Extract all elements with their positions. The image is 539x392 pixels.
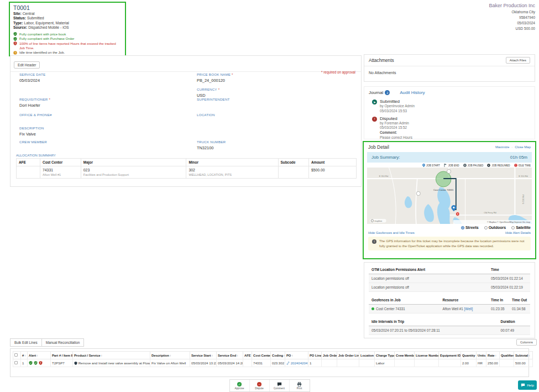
col-cost-center[interactable]: Cost Center bbox=[252, 352, 271, 359]
journal-card: Journal 2 Audit History ➤ Submitted by O… bbox=[364, 86, 535, 139]
layer-streets[interactable]: Streets bbox=[461, 226, 479, 229]
job-detail-title: Job Detail bbox=[368, 144, 389, 150]
col-service-end[interactable]: Service End bbox=[217, 352, 243, 359]
road-label: S 530 Rd bbox=[522, 195, 525, 204]
ticket-site: Site: Central bbox=[13, 12, 122, 16]
field-service-date: SERVICE DATE 05/03/2024 bbox=[19, 72, 174, 83]
entry-by: by OpenInvoice Admin bbox=[380, 104, 415, 109]
shield-alert-icon bbox=[13, 41, 17, 45]
tab-audit-history[interactable]: Audit History bbox=[400, 90, 425, 95]
geofence-label: Cost Center 74331 bbox=[433, 189, 454, 191]
attach-files-button[interactable]: Attach Files bbox=[506, 57, 530, 64]
col-crew-member[interactable]: Crew Member bbox=[395, 352, 415, 359]
maximize-link[interactable]: Maximize bbox=[495, 145, 509, 149]
col-quantity[interactable]: Quantity bbox=[461, 352, 477, 359]
line-items-table: # Alert Part # / Item ID Product / Servi… bbox=[13, 351, 533, 367]
po-compliant-icon bbox=[34, 361, 38, 365]
col-time-in: Time In bbox=[488, 296, 509, 305]
col-coding[interactable]: Coding bbox=[271, 352, 285, 359]
idle-clock-icon bbox=[13, 51, 17, 55]
vendor-amount: USD 500.00 bbox=[489, 26, 535, 32]
job-map[interactable]: Cost Center 74331 E 310 Rd E 310 Rd Old … bbox=[367, 168, 532, 224]
col-units[interactable]: Units bbox=[477, 352, 486, 359]
approve-button[interactable]: ✓ Approve bbox=[230, 380, 250, 391]
col-location[interactable]: Location bbox=[359, 352, 375, 359]
col-po-line[interactable]: PO Line bbox=[308, 352, 322, 359]
col-cost-center: Cost Center bbox=[40, 159, 81, 166]
field-price-book: PRICE BOOK NAME* PB_24_000120 bbox=[197, 72, 352, 83]
col-job-order[interactable]: Job Order bbox=[322, 352, 337, 359]
col-qualifier[interactable]: Qualifier bbox=[500, 352, 514, 359]
cell-alerts bbox=[29, 361, 49, 365]
allocation-summary-label: ALLOCATION SUMMARY bbox=[16, 153, 56, 157]
radio-satellite[interactable] bbox=[511, 226, 515, 229]
col-alert[interactable]: Alert bbox=[28, 352, 51, 359]
layer-satellite[interactable]: Satellite bbox=[511, 226, 531, 229]
cell-major: 023Facilities and Production Support bbox=[81, 166, 186, 179]
product-shield-icon bbox=[74, 362, 77, 365]
ticket-type: Type: Labor, Equipment, Material bbox=[13, 21, 122, 25]
col-afe[interactable]: AFE bbox=[243, 352, 252, 359]
cell-description: Fix Valve on Afton Well bbox=[150, 359, 190, 367]
field-label: DESCRIPTION bbox=[19, 126, 44, 130]
price-book-compliant-icon bbox=[29, 361, 33, 365]
col-po[interactable]: PO bbox=[285, 352, 308, 359]
layer-outdoors[interactable]: Outdoors bbox=[484, 226, 506, 229]
field-value: PB_24_000120 bbox=[197, 78, 352, 83]
dispute-button[interactable]: − Dispute bbox=[250, 380, 270, 391]
tab-manual-reconciliation[interactable]: Manual Reconciliation bbox=[42, 338, 85, 347]
radio-outdoors[interactable] bbox=[484, 226, 488, 229]
col-license-number[interactable]: License Number bbox=[415, 352, 439, 359]
col-job-order-line[interactable]: Job Order Line bbox=[337, 352, 359, 359]
select-all-checkbox[interactable] bbox=[14, 353, 18, 357]
col-subtotal[interactable]: Subtotal bbox=[514, 352, 533, 359]
hide-alert-details-link[interactable]: Hide Alert Details bbox=[505, 231, 531, 234]
col-charge-type[interactable]: Charge Type bbox=[375, 352, 395, 359]
print-icon bbox=[297, 382, 302, 386]
info-icon: ! bbox=[372, 239, 376, 244]
help-button[interactable]: Help bbox=[518, 380, 537, 390]
columns-button[interactable]: Columns bbox=[516, 339, 537, 346]
col-part[interactable]: Part # / Item ID bbox=[51, 352, 73, 359]
mapbox-logo[interactable]: mapbox bbox=[374, 219, 382, 222]
line-items-tabs: Bulk Edit Lines Manual Reconciliation bbox=[10, 338, 84, 347]
compliance-item: Fully compliant with price book bbox=[13, 32, 122, 36]
close-map-link[interactable]: Close Map bbox=[515, 145, 531, 149]
allocation-row: 74331Afton Well #1 023Facilities and Pro… bbox=[17, 166, 357, 179]
table-row: Location permissions off 05/03/2024 01:2… bbox=[369, 283, 530, 292]
tab-journal[interactable]: Journal 2 bbox=[369, 90, 390, 95]
ticket-status: Status: Submitted bbox=[13, 16, 122, 20]
cell-equipment-id bbox=[439, 359, 461, 367]
compliance-item: Fully compliant with Purchase Order bbox=[13, 36, 122, 41]
col-service-start[interactable]: Service Start bbox=[190, 352, 217, 359]
table-row: 05/03/2024 07:20:21 to 05/03/2024 07:28:… bbox=[369, 326, 530, 335]
print-button[interactable]: Print bbox=[290, 380, 310, 391]
road-label: E 310 Rd bbox=[519, 175, 527, 177]
line-item-row: 1 T2PSP7 Remove and Install new valve as… bbox=[13, 359, 533, 367]
cell-quantity: 2.00 bbox=[461, 359, 477, 367]
edit-header-button[interactable]: Edit Header bbox=[14, 61, 40, 69]
comment-button[interactable]: Comment bbox=[270, 380, 290, 391]
col-rate[interactable]: Rate bbox=[486, 352, 500, 359]
po-number-link[interactable]: 2024042043 bbox=[291, 361, 308, 365]
approve-icon: ✓ bbox=[237, 382, 242, 386]
radio-streets[interactable] bbox=[461, 226, 464, 229]
tab-bulk-edit-lines[interactable]: Bulk Edit Lines bbox=[10, 338, 42, 347]
col-major: Major bbox=[81, 159, 186, 166]
row-checkbox[interactable] bbox=[14, 361, 18, 364]
required-star: * bbox=[232, 72, 233, 76]
col-num[interactable]: # bbox=[21, 352, 28, 359]
col-equipment-id[interactable]: Equipment ID bbox=[439, 352, 461, 359]
hide-geofences-link[interactable]: Hide Geofences and Idle Times bbox=[368, 231, 415, 234]
field-truck-number: TRUCK NUMBER TN32100 bbox=[197, 140, 352, 150]
map-attribution[interactable]: © Mapbox © OpenStreetMap Improve this ma… bbox=[487, 221, 530, 223]
col-description[interactable]: Description bbox=[150, 352, 190, 359]
resource-well-link[interactable]: [Well] bbox=[464, 307, 473, 311]
col-product-service[interactable]: Product / Service bbox=[73, 352, 150, 359]
cell-minor: 302WELLHEAD, LOCATION, PITS bbox=[186, 166, 278, 179]
job-summary-duration: 01h 05m bbox=[510, 155, 527, 160]
field-requisitioner: REQUISITIONER* Dori Hoefer bbox=[19, 97, 174, 108]
ticket-summary-panel: T0001 Site: Central Status: Submitted Ty… bbox=[9, 2, 126, 56]
journal-count-badge: 2 bbox=[385, 90, 390, 95]
field-location: LOCATION bbox=[197, 113, 352, 123]
